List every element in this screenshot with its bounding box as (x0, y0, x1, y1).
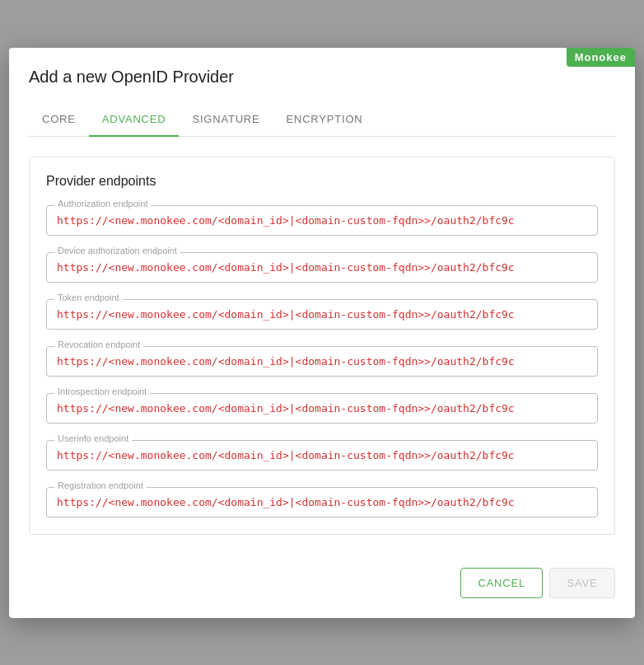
dialog: Monokee Add a new OpenID Provider COREAD… (9, 48, 635, 618)
endpoint-field-5: Userinfo endpoint (46, 440, 598, 471)
endpoint-input-6[interactable] (46, 487, 598, 517)
endpoint-field-6: Registration endpoint (46, 487, 598, 517)
dialog-header: Add a new OpenID Provider COREADVANCEDSI… (9, 48, 635, 137)
tab-encryption[interactable]: ENCRYPTION (273, 103, 376, 137)
dialog-footer: CANCEL SAVE (9, 555, 635, 618)
endpoint-label-0: Authorization endpoint (54, 199, 151, 208)
endpoint-label-6: Registration endpoint (54, 480, 147, 490)
endpoint-field-1: Device authorization endpoint (46, 252, 598, 283)
endpoint-input-0[interactable] (46, 205, 598, 236)
endpoint-field-2: Token endpoint (46, 299, 598, 330)
cancel-button[interactable]: CANCEL (460, 568, 543, 598)
dialog-title: Add a new OpenID Provider (29, 68, 615, 87)
endpoint-label-2: Token endpoint (54, 293, 123, 302)
tab-advanced[interactable]: ADVANCED (89, 103, 180, 137)
endpoint-field-4: Introspection endpoint (46, 393, 598, 424)
endpoint-label-4: Introspection endpoint (54, 386, 150, 396)
dialog-body: Provider endpoints Authorization endpoin… (9, 137, 635, 555)
tab-core[interactable]: CORE (29, 103, 89, 137)
endpoint-input-4[interactable] (46, 393, 598, 424)
endpoint-input-3[interactable] (46, 346, 598, 377)
endpoint-label-5: Userinfo endpoint (54, 433, 132, 443)
provider-endpoints-section: Provider endpoints Authorization endpoin… (29, 157, 615, 535)
endpoint-field-0: Authorization endpoint (46, 205, 598, 236)
save-button[interactable]: SAVE (549, 568, 615, 598)
brand-label: Monokee (567, 48, 635, 67)
endpoint-label-3: Revocation endpoint (54, 340, 143, 349)
endpoints-container: Authorization endpointDevice authorizati… (46, 205, 598, 517)
endpoint-label-1: Device authorization endpoint (54, 246, 180, 255)
dialog-overlay: Monokee Add a new OpenID Provider COREAD… (0, 0, 644, 665)
endpoint-input-5[interactable] (46, 440, 598, 471)
endpoint-input-1[interactable] (46, 252, 598, 283)
section-title: Provider endpoints (46, 174, 598, 189)
endpoint-input-2[interactable] (46, 299, 598, 330)
tab-signature[interactable]: SIGNATURE (179, 103, 273, 137)
endpoint-field-3: Revocation endpoint (46, 346, 598, 377)
tabs-bar: COREADVANCEDSIGNATUREENCRYPTION (29, 103, 615, 137)
